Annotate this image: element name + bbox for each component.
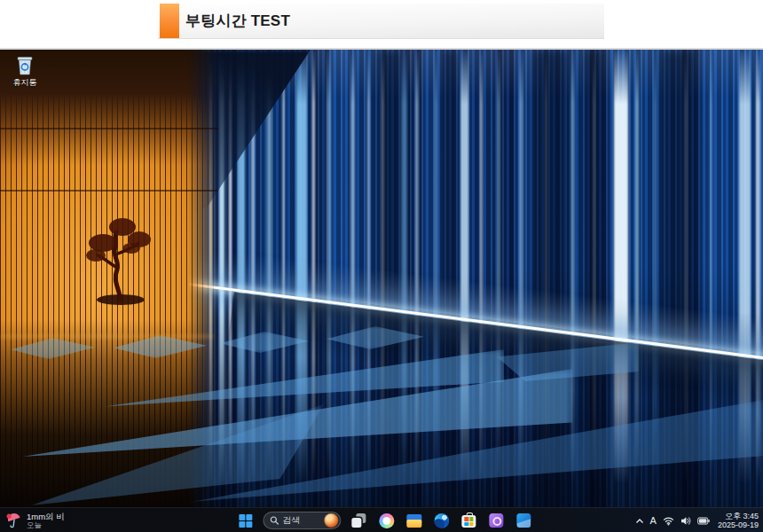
copilot-icon — [379, 513, 394, 528]
taskbar: 1mm의 비 오늘 검색 — [0, 507, 763, 532]
tray-date: 2025-09-19 — [718, 520, 759, 529]
tray-overflow-button[interactable] — [635, 518, 644, 524]
page-title: 부팅시간 TEST — [185, 11, 290, 31]
page: 부팅시간 TEST — [0, 0, 763, 532]
weather-widget[interactable]: 1mm의 비 오늘 — [5, 508, 65, 532]
loop-app-icon — [489, 513, 503, 528]
task-view-button[interactable] — [349, 511, 368, 530]
edge-icon — [434, 513, 449, 528]
copilot-button[interactable] — [376, 511, 396, 530]
wifi-icon[interactable] — [663, 516, 674, 526]
recycle-bin-icon — [15, 55, 35, 76]
desktop[interactable]: 휴지통 1mm의 비 오늘 — [0, 48, 763, 532]
floor-reflection — [114, 335, 207, 358]
windows-logo-icon — [239, 514, 252, 528]
header-banner: 부팅시간 TEST — [158, 4, 604, 39]
file-explorer-icon — [406, 514, 421, 528]
start-button[interactable] — [235, 511, 255, 530]
ime-indicator[interactable]: A — [650, 515, 657, 526]
task-view-icon — [351, 513, 366, 528]
chevron-up-icon — [635, 518, 644, 524]
loop-app-button[interactable] — [486, 511, 506, 530]
floor-reflection — [220, 332, 309, 353]
floor-reflection — [31, 404, 324, 511]
header-accent-block — [160, 4, 179, 38]
battery-icon[interactable] — [697, 517, 710, 525]
tray-time: 오후 3:45 — [725, 512, 759, 520]
edge-button[interactable] — [431, 511, 451, 530]
outlook-icon — [516, 513, 531, 528]
search-icon — [270, 516, 279, 525]
search-placeholder: 검색 — [282, 514, 320, 527]
microsoft-store-icon — [461, 515, 476, 528]
recycle-bin-label: 휴지통 — [7, 77, 43, 89]
weather-rain-icon — [5, 512, 22, 529]
floor-reflection — [11, 338, 95, 359]
search-box[interactable]: 검색 — [263, 512, 341, 529]
file-explorer-button[interactable] — [404, 511, 423, 530]
weather-day: 오늘 — [27, 521, 65, 529]
microsoft-store-button[interactable] — [459, 511, 478, 530]
outlook-button[interactable] — [514, 511, 533, 530]
floor-reflection — [326, 326, 424, 349]
floor-reflections — [0, 50, 763, 532]
speaker-icon[interactable] — [680, 516, 691, 526]
search-highlight-icon — [324, 513, 338, 528]
recycle-bin-shortcut[interactable]: 휴지통 — [7, 55, 43, 89]
clock[interactable]: 오후 3:45 2025-09-19 — [718, 512, 759, 530]
